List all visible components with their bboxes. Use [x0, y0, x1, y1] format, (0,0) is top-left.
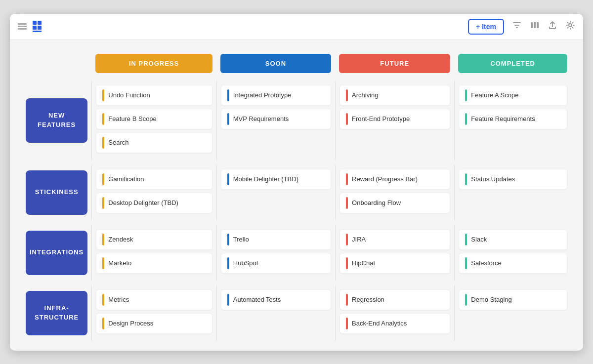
card-label: Salesforce [471, 259, 501, 267]
list-item[interactable]: Front-End Prototype [339, 109, 450, 129]
spacer-row [22, 281, 571, 285]
list-item[interactable]: MVP Requirements [221, 109, 331, 129]
card-bar [465, 113, 467, 125]
row-label-cell: INTEGRATIONS [22, 225, 91, 281]
card-label: Front-End Prototype [352, 115, 410, 122]
list-item[interactable]: Regression [339, 289, 450, 310]
list-item[interactable]: Desktop Delighter (TBD) [96, 193, 212, 213]
card-bar [102, 257, 104, 269]
card-label: Back-End Analytics [352, 320, 407, 327]
header-soon: SOON [216, 50, 335, 81]
list-item[interactable]: Slack [459, 229, 567, 250]
card-bar [227, 257, 229, 269]
card-label: Status Updates [471, 175, 515, 183]
cell-infrastructure-in_progress: MetricsDesign Process [91, 285, 216, 341]
list-item[interactable]: Undo Function [96, 85, 212, 106]
list-item[interactable]: Status Updates [459, 169, 567, 190]
export-icon[interactable] [548, 20, 557, 33]
table-row: NEW FEATURESUndo FunctionFeature B Scope… [22, 81, 571, 160]
list-item[interactable]: Feature Requirements [459, 109, 567, 129]
list-item[interactable]: Metrics [96, 289, 212, 310]
card-label: Undo Function [108, 91, 150, 99]
cell-integrations-completed: SlackSalesforce [454, 225, 571, 281]
header-row-label [22, 50, 91, 81]
grid-view-icon[interactable] [33, 21, 42, 32]
card-bar [346, 197, 348, 209]
list-item[interactable]: Trello [221, 229, 331, 250]
card-label: Marketo [108, 259, 131, 267]
cell-new_features-future: ArchivingFront-End Prototype [335, 81, 454, 160]
card-label: Demo Staging [471, 296, 511, 303]
list-item[interactable]: HipChat [339, 253, 450, 274]
card-bar [102, 234, 104, 245]
row-label-box: NEW FEATURES [26, 98, 87, 143]
list-item[interactable]: Gamification [96, 169, 212, 190]
card-label: Desktop Delighter (TBD) [108, 199, 178, 206]
add-item-button[interactable]: + Item [468, 19, 504, 35]
list-item[interactable]: Reward (Progress Bar) [339, 169, 450, 190]
card-label: Search [108, 139, 128, 146]
card-label: Integrated Prototype [233, 91, 292, 99]
svg-point-3 [569, 24, 572, 27]
cell-new_features-completed: Feature A ScopeFeature Requirements [454, 81, 571, 160]
list-item[interactable]: Marketo [96, 253, 212, 274]
list-item[interactable]: Salesforce [459, 253, 567, 274]
card-bar [346, 318, 348, 329]
card-label: Design Process [108, 320, 153, 327]
list-item[interactable]: Design Process [96, 313, 212, 334]
card-label: MVP Requirements [233, 115, 289, 122]
row-label-cell: NEW FEATURES [22, 81, 91, 160]
app-window: + Item [10, 14, 583, 351]
header-future: FUTURE [335, 50, 454, 81]
list-item[interactable]: Automated Tests [221, 289, 331, 310]
filter-icon[interactable] [512, 20, 522, 33]
list-item[interactable]: Onboarding Flow [339, 193, 450, 213]
list-item[interactable]: Mobile Delighter (TBD) [221, 169, 331, 190]
spacer-row [22, 220, 571, 225]
list-item[interactable]: Feature A Scope [459, 85, 567, 106]
cell-new_features-soon: Integrated PrototypeMVP Requirements [216, 81, 335, 160]
card-label: Archiving [352, 91, 378, 99]
card-label: Zendesk [108, 236, 133, 243]
list-item[interactable]: Demo Staging [459, 289, 567, 310]
list-view-icon[interactable] [18, 23, 27, 30]
columns-icon[interactable] [530, 20, 540, 33]
card-bar [227, 113, 229, 125]
cell-new_features-in_progress: Undo FunctionFeature B ScopeSearch [91, 81, 216, 160]
list-item[interactable]: HubSpot [221, 253, 331, 274]
card-bar [465, 257, 467, 269]
card-bar [346, 257, 348, 269]
card-bar [102, 173, 104, 185]
table-row: STICKINESSGamificationDesktop Delighter … [22, 165, 571, 220]
row-label-box: STICKINESS [26, 170, 87, 215]
card-bar [346, 234, 348, 245]
card-label: Gamification [108, 175, 144, 183]
cell-infrastructure-soon: Automated Tests [216, 285, 335, 341]
row-label-cell: STICKINESS [22, 165, 91, 220]
list-item[interactable]: JIRA [339, 229, 450, 250]
card-label: Mobile Delighter (TBD) [233, 175, 298, 183]
cell-stickiness-in_progress: GamificationDesktop Delighter (TBD) [91, 165, 216, 220]
card-bar [227, 89, 229, 101]
card-bar [346, 294, 348, 306]
list-item[interactable]: Search [96, 132, 212, 153]
svg-rect-0 [531, 22, 533, 28]
card-bar [102, 197, 104, 209]
list-item[interactable]: Zendesk [96, 229, 212, 250]
card-bar [346, 89, 348, 101]
row-label-cell: INFRA- STRUCTURE [22, 285, 91, 341]
list-item[interactable]: Back-End Analytics [339, 313, 450, 334]
card-label: Onboarding Flow [352, 199, 401, 206]
settings-icon[interactable] [565, 20, 575, 33]
list-item[interactable]: Integrated Prototype [221, 85, 331, 106]
card-bar [227, 234, 229, 245]
card-label: Metrics [108, 296, 129, 303]
card-label: HubSpot [233, 259, 258, 267]
cell-integrations-soon: TrelloHubSpot [216, 225, 335, 281]
toolbar-left [18, 21, 42, 32]
card-label: HipChat [352, 259, 375, 267]
card-label: Feature Requirements [471, 115, 535, 122]
table-row: INFRA- STRUCTUREMetricsDesign ProcessAut… [22, 285, 571, 341]
list-item[interactable]: Archiving [339, 85, 450, 106]
list-item[interactable]: Feature B Scope [96, 109, 212, 129]
